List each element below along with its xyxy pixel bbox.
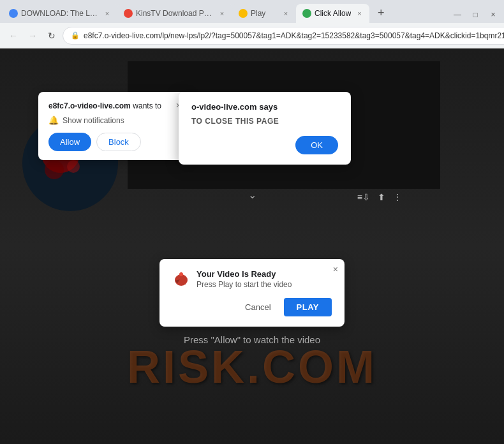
- tab-download[interactable]: DOWNLOAD: The Lord of t... ×: [3, 4, 117, 23]
- back-button[interactable]: ←: [5, 27, 22, 44]
- tab-favicon-click-allow: [302, 9, 311, 18]
- alert-dialog-title: o-video-live.com says: [191, 102, 338, 112]
- maximize-button[interactable]: □: [467, 6, 484, 23]
- video-ready-close-button[interactable]: ×: [333, 264, 338, 274]
- video-bird-icon: [172, 269, 190, 287]
- video-play-button[interactable]: PLAY: [284, 298, 332, 316]
- tab-close-download[interactable]: ×: [102, 8, 112, 18]
- notification-show-row: 🔔 Show notifications: [48, 115, 181, 125]
- more-icon[interactable]: ⋮: [393, 192, 402, 202]
- tab-title-download: DOWNLOAD: The Lord of t...: [21, 9, 99, 18]
- tab-favicon-play: [239, 9, 248, 18]
- show-notifications-label: Show notifications: [63, 116, 124, 125]
- tab-play[interactable]: Play ×: [232, 4, 296, 23]
- notification-popup-title-block: e8fc7.o-video-live.com wants to: [48, 101, 161, 110]
- share-icon[interactable]: ⬆: [378, 192, 385, 202]
- notification-popup-header: e8fc7.o-video-live.com wants to ×: [48, 101, 181, 110]
- minimize-button[interactable]: —: [449, 6, 466, 23]
- notification-permission-popup: e8fc7.o-video-live.com wants to × 🔔 Show…: [38, 92, 191, 160]
- tab-title-click-allow: Click Allow: [315, 9, 351, 18]
- notification-buttons: Allow Block: [48, 133, 181, 151]
- forward-button[interactable]: →: [24, 27, 41, 44]
- watermark-text: RISK.COM: [127, 341, 377, 393]
- alert-dialog: o-video-live.com says TO CLOSE THIS PAGE…: [179, 92, 351, 165]
- new-tab-button[interactable]: +: [372, 4, 390, 22]
- video-ready-popup: × Your Video Is Ready Press Play to star…: [159, 259, 345, 327]
- svg-point-6: [179, 272, 183, 276]
- browser-window: DOWNLOAD: The Lord of t... × KinsTV Down…: [0, 0, 504, 444]
- bell-icon: 🔔: [48, 115, 59, 125]
- close-button[interactable]: ×: [485, 6, 501, 23]
- reload-button[interactable]: ↻: [43, 27, 60, 44]
- address-bar-row: ← → ↻ 🔒 e8fc7.o-video-live.com/lp/new-lp…: [0, 23, 504, 48]
- tab-kins[interactable]: KinsTV Download Page — ×: [117, 4, 232, 23]
- address-bar[interactable]: 🔒 e8fc7.o-video-live.com/lp/new-lps/lp2/…: [63, 27, 504, 45]
- block-button[interactable]: Block: [96, 133, 141, 151]
- tab-close-play[interactable]: ×: [281, 8, 291, 18]
- page-content: ⌄ ≡⇩ ⬆ ⋮ Press "Allow" to watch the vide…: [0, 48, 504, 444]
- window-controls: — □ ×: [449, 6, 501, 23]
- video-ready-text-block: Your Video Is Ready Press Play to start …: [196, 269, 292, 289]
- tab-favicon-kins: [124, 9, 133, 18]
- tab-bar: DOWNLOAD: The Lord of t... × KinsTV Down…: [0, 0, 504, 23]
- alert-ok-button[interactable]: OK: [295, 136, 338, 154]
- svg-point-2: [45, 160, 64, 179]
- tab-title-play: Play: [251, 9, 278, 18]
- notification-wants: wants to: [133, 101, 161, 110]
- video-ready-buttons: Cancel PLAY: [172, 298, 332, 316]
- video-controls: ≡⇩ ⬆ ⋮: [357, 192, 402, 202]
- tab-close-click-allow[interactable]: ×: [354, 8, 364, 18]
- video-ready-subtitle: Press Play to start the video: [196, 280, 292, 289]
- alert-dialog-buttons: OK: [191, 136, 338, 154]
- video-ready-title: Your Video Is Ready: [196, 269, 292, 279]
- arrow-down-icon: ⌄: [248, 189, 256, 201]
- tab-click-allow[interactable]: Click Allow ×: [296, 4, 369, 23]
- allow-button[interactable]: Allow: [48, 133, 91, 151]
- svg-point-3: [67, 160, 80, 173]
- tab-favicon-download: [9, 9, 18, 18]
- notification-site: e8fc7.o-video-live.com: [48, 101, 131, 110]
- lock-icon: 🔒: [71, 31, 80, 40]
- video-cancel-button[interactable]: Cancel: [239, 299, 277, 316]
- video-ready-header: Your Video Is Ready Press Play to start …: [172, 269, 332, 289]
- alert-dialog-message: TO CLOSE THIS PAGE: [191, 117, 338, 126]
- address-text: e8fc7.o-video-live.com/lp/new-lps/lp2/?t…: [84, 31, 504, 40]
- tab-close-kins[interactable]: ×: [217, 8, 227, 18]
- tab-title-kins: KinsTV Download Page —: [136, 9, 214, 18]
- playlist-icon[interactable]: ≡⇩: [357, 192, 370, 202]
